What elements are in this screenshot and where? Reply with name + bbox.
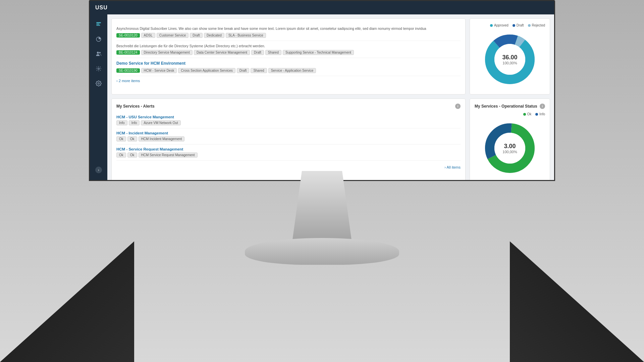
tag-supporting-service[interactable]: Supporting Service - Technical Managemen… (283, 50, 354, 55)
alert-tag-info1[interactable]: Info (116, 120, 127, 125)
tag-draft-2[interactable]: Draft (251, 50, 264, 55)
alert-tag-azure[interactable]: Azure VM Network Out (141, 120, 180, 125)
operational-legend: Ok Info (475, 112, 545, 116)
operational-card-title: My Services - Operational Status i (475, 104, 545, 109)
service-tags-1: SE-0010120 ADSL Customer Service Draft D… (116, 33, 461, 38)
service-tags-3: SE-0010190 HCM - Service Desk Cross Sect… (116, 68, 461, 73)
sidebar: › (90, 14, 107, 180)
sidebar-item-settings[interactable] (93, 77, 105, 89)
approval-legend: Approved Draft Rejected (475, 23, 545, 27)
service-desc-1: Asynchronous Digital Subscriber Lines. W… (116, 26, 461, 31)
alert-title-3[interactable]: HCM - Service Request Management (116, 147, 461, 151)
tag-draft-1[interactable]: Draft (190, 33, 203, 38)
tag-shared-1[interactable]: Shared (265, 50, 281, 55)
sidebar-item-chart[interactable] (93, 33, 105, 45)
legend-rejected-label: Rejected (532, 23, 545, 27)
svg-rect-1 (96, 24, 99, 24)
operational-info-icon[interactable]: i (540, 104, 545, 109)
tag-dir-service[interactable]: Directory Service Management (141, 50, 193, 55)
alerts-info-icon[interactable]: i (455, 104, 461, 109)
sidebar-item-gear[interactable] (93, 63, 105, 75)
operational-center-value: 3.00 (502, 143, 517, 150)
legend-rejected: Rejected (528, 23, 545, 27)
operational-donut-container: 3.00 100,00% (475, 118, 545, 178)
tag-adsl[interactable]: ADSL (141, 33, 155, 38)
operational-chart-card: My Services - Operational Status i Ok In… (470, 99, 550, 180)
main-content: Asynchronous Digital Subscriber Lines. W… (107, 14, 554, 180)
app-logo: USU (95, 5, 108, 11)
alert-tags-1: Info Info Azure VM Network Out (116, 120, 461, 125)
operational-center-percent: 100,00% (502, 150, 517, 154)
sidebar-item-user[interactable] (93, 18, 105, 31)
svg-rect-0 (96, 22, 101, 23)
legend-approved: Approved (490, 23, 508, 27)
svg-rect-2 (96, 25, 100, 26)
tag-se-0010120[interactable]: SE-0010120 (116, 33, 140, 38)
svg-point-4 (97, 52, 99, 54)
alert-tags-2: Ok Ok HCM Incident Management (116, 136, 461, 141)
service-item-1: Asynchronous Digital Subscriber Lines. W… (116, 23, 461, 41)
service-desc-2: Beschreibt die Leistungen die für die Di… (116, 44, 461, 49)
tag-sla-business[interactable]: SLA - Business Service (226, 33, 266, 38)
tag-datacenter[interactable]: Data Center Service Management (194, 50, 250, 55)
app-body: › Asynchronous Digital Subscriber Lines.… (90, 14, 554, 180)
more-items-link[interactable]: › 2 more items (116, 76, 461, 84)
all-items-anchor[interactable]: › All items (444, 165, 461, 169)
alert-item-1: HCM - USU Service Mangement Info Info Az… (116, 112, 461, 128)
operational-chart-center: 3.00 100,00% (502, 143, 517, 154)
tag-shared-2[interactable]: Shared (251, 68, 267, 73)
tag-cross-section[interactable]: Cross Section Application Services (178, 68, 235, 73)
monitor-wrapper: USU › (0, 0, 644, 362)
legend-ok: Ok (523, 112, 532, 116)
service-title-3: Demo Service for HCM Environment (116, 61, 461, 66)
approval-chart-center: 36.00 100,00% (502, 54, 517, 65)
alert-tag-info2[interactable]: Info (129, 120, 140, 125)
approval-center-percent: 100,00% (502, 61, 517, 65)
alert-tag-ok3[interactable]: Ok (116, 153, 126, 158)
dark-panel-left (0, 241, 134, 362)
alert-tag-ok1[interactable]: Ok (116, 136, 126, 141)
alerts-card-title: My Services - Alerts i (116, 104, 461, 109)
sidebar-item-users[interactable] (93, 48, 105, 60)
alert-item-3: HCM - Service Request Management Ok Ok H… (116, 144, 461, 161)
alert-title-2[interactable]: HCM - Incident Management (116, 131, 461, 135)
app-header: USU (90, 1, 554, 14)
legend-draft-label: Draft (517, 23, 524, 27)
tag-hcm-desk[interactable]: HCM - Service Desk (141, 68, 177, 73)
tag-se-0010190[interactable]: SE-0010190 (116, 68, 140, 73)
svg-point-7 (98, 83, 100, 84)
alert-tags-3: Ok Ok HCM Service Request Management (116, 153, 461, 158)
alerts-title-text: My Services - Alerts (116, 104, 155, 109)
service-item-2: Beschreibt die Leistungen die für die Di… (116, 41, 461, 58)
alert-tag-ok2[interactable]: Ok (127, 136, 137, 141)
tag-app-service[interactable]: Service - Application Service (268, 68, 316, 73)
alert-title-1[interactable]: HCM - USU Service Mangement (116, 115, 461, 119)
all-items-link: › All items (116, 164, 461, 170)
alert-tag-hcm-incident[interactable]: HCM Incident Management (139, 136, 185, 141)
service-item-3: Demo Service for HCM Environment SE-0010… (116, 58, 461, 76)
alert-tag-ok4[interactable]: Ok (127, 153, 137, 158)
approval-center-value: 36.00 (502, 54, 517, 61)
legend-approved-dot (490, 24, 493, 27)
dark-panel-right (510, 241, 644, 362)
legend-draft-dot (513, 24, 515, 27)
tag-dedicated[interactable]: Dedicated (204, 33, 224, 38)
alert-item-2: HCM - Incident Management Ok Ok HCM Inci… (116, 128, 461, 144)
alert-tag-hcm-request[interactable]: HCM Service Request Management (139, 153, 198, 158)
approval-chart-card: Approved Draft Rejected (470, 18, 550, 95)
monitor-stand-base (245, 238, 399, 265)
alerts-card: My Services - Alerts i HCM - USU Service… (111, 99, 466, 180)
monitor-screen: USU › (89, 0, 555, 181)
tag-customer-service[interactable]: Customer Service (157, 33, 189, 38)
legend-info: Info (535, 112, 545, 116)
legend-approved-label: Approved (494, 23, 508, 27)
approval-donut-container: 36.00 100,00% (475, 29, 545, 89)
approval-donut-wrapper: 36.00 100,00% (483, 33, 537, 86)
sidebar-expand-button[interactable]: › (95, 167, 102, 173)
operational-donut-wrapper: 3.00 100,00% (483, 121, 537, 175)
legend-draft: Draft (513, 23, 524, 27)
legend-ok-dot (523, 113, 526, 116)
tag-draft-3[interactable]: Draft (237, 68, 250, 73)
tag-be-0010124[interactable]: BE-0010124 (116, 50, 140, 55)
operational-title-text: My Services - Operational Status (475, 104, 537, 109)
